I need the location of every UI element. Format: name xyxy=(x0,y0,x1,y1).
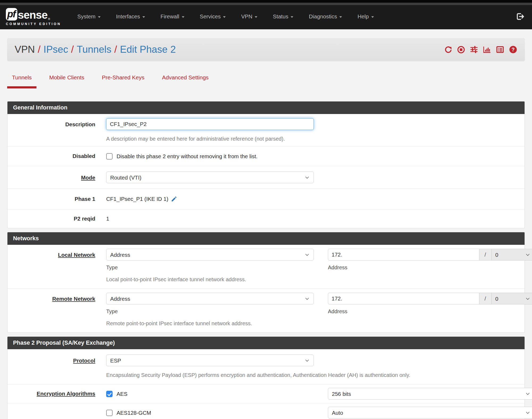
local-network-row: Local Network Address Type xyxy=(7,245,525,289)
chevron-down-icon xyxy=(371,16,374,18)
pfsense-logo-sense: sense xyxy=(18,10,47,21)
menu-item-label: Interfaces xyxy=(116,13,140,20)
encryption-aes-keylen-select[interactable]: 256 bits xyxy=(328,388,532,400)
menu-item-services[interactable]: Services xyxy=(192,10,234,23)
encryption-aes128gcm-label: AES128-GCM xyxy=(117,410,151,416)
menu-item-status[interactable]: Status xyxy=(265,10,301,23)
description-label: Description xyxy=(7,118,95,142)
mode-select[interactable]: Routed (VTI) xyxy=(106,172,314,183)
protocol-select[interactable]: ESP xyxy=(106,355,314,366)
breadcrumb-edit-phase-2[interactable]: Edit Phase 2 xyxy=(120,44,176,55)
chevron-down-icon xyxy=(98,16,101,18)
disabled-label: Disabled xyxy=(7,153,95,160)
phase1-label: Phase 1 xyxy=(7,196,95,202)
mode-row: Mode Routed (VTI) xyxy=(7,166,525,189)
breadcrumb-ipsec[interactable]: IPsec xyxy=(43,44,68,55)
remote-network-row: Remote Network Address Type xyxy=(7,289,525,332)
menu-item-vpn[interactable]: VPN xyxy=(233,10,265,23)
remote-network-type-caption: Type xyxy=(106,308,314,315)
tab-pre-shared-keys[interactable]: Pre-Shared Keys xyxy=(97,74,149,88)
bar-chart-icon[interactable] xyxy=(483,45,491,54)
p2-reqid-value: 1 xyxy=(106,215,525,222)
panel-title-networks: Networks xyxy=(7,232,525,245)
phase2-proposal-panel: Phase 2 Proposal (SA/Key Exchange) Proto… xyxy=(7,336,525,419)
menu-item-label: Services xyxy=(200,13,221,20)
local-network-address-caption: Address xyxy=(328,265,532,271)
menu-item-label: Diagnostics xyxy=(309,13,337,20)
menu-item-label: Help xyxy=(357,13,369,20)
panel-title-general-information: General Information xyxy=(7,101,525,114)
menu-item-interfaces[interactable]: Interfaces xyxy=(108,10,153,23)
protocol-row: Protocol ESP Encapsulating Security Payl… xyxy=(7,349,525,384)
encryption-aes-checkbox[interactable] xyxy=(106,391,113,397)
disabled-row: Disabled Disable this phase 2 entry with… xyxy=(7,147,525,166)
networks-panel: Networks Local Network Address Type xyxy=(7,232,525,333)
breadcrumb-separator: / xyxy=(111,44,120,55)
pfsense-logo-pf: pf xyxy=(6,8,17,21)
local-network-type-select[interactable]: Address xyxy=(106,249,314,261)
pfsense-logo-subtitle: COMMUNITY EDITION xyxy=(6,22,61,26)
encryption-aes128gcm-keylen-select[interactable]: Auto xyxy=(328,407,532,418)
mask-separator: / xyxy=(479,249,492,261)
chevron-down-icon xyxy=(142,16,145,18)
menu-item-firewall[interactable]: Firewall xyxy=(153,10,192,23)
tab-tunnels[interactable]: Tunnels xyxy=(7,74,36,88)
refresh-icon[interactable] xyxy=(444,46,452,54)
top-navbar: pfsense® COMMUNITY EDITION System Interf… xyxy=(0,0,532,29)
tab-mobile-clients[interactable]: Mobile Clients xyxy=(44,74,89,88)
remote-network-label: Remote Network xyxy=(7,293,95,327)
encryption-algorithms-row-aes128gcm: AES128-GCM Auto xyxy=(7,403,525,419)
disabled-checkbox[interactable] xyxy=(106,153,113,160)
local-network-address-input[interactable] xyxy=(328,249,479,261)
tab-advanced-settings[interactable]: Advanced Settings xyxy=(157,74,213,88)
menu-item-label: Status xyxy=(273,13,288,20)
p2-reqid-label: P2 reqid xyxy=(7,215,95,222)
chevron-down-icon xyxy=(182,16,184,18)
registered-mark: ® xyxy=(48,18,50,21)
chevron-down-icon xyxy=(255,16,257,18)
breadcrumb: VPN / IPsec / Tunnels / Edit Phase 2 xyxy=(15,44,176,55)
chevron-down-icon xyxy=(339,16,342,18)
ipsec-tabs: Tunnels Mobile Clients Pre-Shared Keys A… xyxy=(7,74,525,88)
menu-item-system[interactable]: System xyxy=(70,10,108,23)
encryption-algorithms-label: Encryption Algorithms xyxy=(7,388,95,400)
breadcrumb-tunnels[interactable]: Tunnels xyxy=(77,44,111,55)
encryption-aes128gcm-checkbox[interactable] xyxy=(106,410,113,416)
remote-network-type-select[interactable]: Address xyxy=(106,293,314,304)
pfsense-logo[interactable]: pfsense® COMMUNITY EDITION xyxy=(6,8,61,26)
description-help: A description may be entered here for ad… xyxy=(106,136,525,142)
sliders-icon[interactable] xyxy=(470,45,478,54)
description-input[interactable] xyxy=(106,118,314,130)
menu-item-help[interactable]: Help xyxy=(350,10,381,23)
protocol-label: Protocol xyxy=(7,355,95,378)
remote-network-mask-select[interactable]: 0 xyxy=(491,293,532,304)
description-row: Description A description may be entered… xyxy=(7,114,525,147)
protocol-help: Encapsulating Security Payload (ESP) per… xyxy=(106,372,525,378)
phase1-row: Phase 1 CF1_IPsec_P1 (IKE ID 1) xyxy=(7,189,525,209)
breadcrumb-bar: VPN / IPsec / Tunnels / Edit Phase 2 xyxy=(7,38,525,61)
remote-network-address-input[interactable] xyxy=(328,293,479,304)
breadcrumb-separator: / xyxy=(68,44,77,55)
phase1-value: CF1_IPsec_P1 (IKE ID 1) xyxy=(106,196,168,202)
local-network-mask-select[interactable]: 0 xyxy=(491,249,532,261)
menu-item-label: System xyxy=(77,13,96,20)
stop-circle-icon[interactable] xyxy=(457,46,465,54)
page-action-icons: ? xyxy=(444,45,517,54)
disabled-checkbox-label: Disable this phase 2 entry without remov… xyxy=(117,153,258,160)
local-network-label: Local Network xyxy=(7,249,95,283)
log-list-icon[interactable] xyxy=(496,45,504,54)
sign-out-icon[interactable] xyxy=(515,12,525,21)
menu-item-label: Firewall xyxy=(160,13,179,20)
local-network-type-caption: Type xyxy=(106,265,314,271)
menu-item-diagnostics[interactable]: Diagnostics xyxy=(301,10,350,23)
local-network-help: Local point-to-point IPsec interface tun… xyxy=(106,276,525,283)
general-information-panel: General Information Description A descri… xyxy=(7,101,525,228)
encryption-row-spacer xyxy=(7,407,95,418)
remote-network-help: Remote point-to-point IPsec interface tu… xyxy=(106,320,525,327)
p2-reqid-row: P2 reqid 1 xyxy=(7,209,525,228)
pencil-icon[interactable] xyxy=(171,196,177,202)
remote-network-address-caption: Address xyxy=(328,308,532,315)
chevron-down-icon xyxy=(291,16,293,18)
help-circle-icon[interactable]: ? xyxy=(509,45,517,54)
mask-separator: / xyxy=(479,293,492,304)
